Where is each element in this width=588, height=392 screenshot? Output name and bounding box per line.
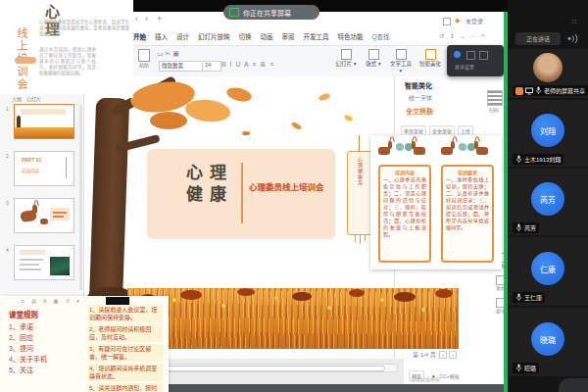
rule-item: 3、有疑问可在讨论区留言，统一解答。 — [88, 344, 163, 362]
floating-control-corner[interactable] — [559, 378, 588, 392]
beautify-group-button[interactable]: 智能美化 — [417, 49, 443, 70]
thumb-number: 4 — [6, 247, 9, 254]
slide-subtitle-text: 心理委员线上培训会 — [249, 180, 331, 192]
thumb-number: 1 — [6, 106, 9, 113]
rules-toc: 1、承诺 2、回应 3、提问 4、关于手机 5、关注 — [9, 321, 47, 375]
mic-icon — [535, 86, 542, 95]
screen-share-banner[interactable]: 你正在共享屏幕 — [223, 5, 319, 20]
rules-heading: 课堂规则 — [9, 309, 38, 319]
option-icon — [466, 51, 475, 60]
font-size-combobox[interactable]: 24 — [202, 61, 221, 72]
avatar: 刘翔 — [531, 114, 564, 147]
rule-item: 5、请关注群内通知，按时提交培训反馈。 — [88, 383, 163, 392]
tab-design[interactable]: 设计 — [176, 31, 189, 41]
vip-crown-icon[interactable]: ◆ — [455, 17, 460, 24]
scrollbar-thumb[interactable] — [136, 366, 385, 371]
new-tab-icon[interactable]: + — [157, 14, 162, 24]
blue-dot-icon — [454, 51, 461, 58]
pane-pagination[interactable]: 第 1/4 页 ‹ › — [413, 351, 457, 359]
screen: ‹ › + ◆ 未登录 开始 插入 设计 幻灯片放映 切换 动画 审阅 开发工具… — [0, 0, 588, 392]
font-style-icons[interactable]: B I U A ≡ ≣ ≡ — [221, 61, 274, 69]
window-control-icons[interactable]: ↺ ↧ ⌄ ⋯ ^ — [439, 32, 487, 40]
monitor-icon — [525, 87, 533, 95]
tab-features[interactable]: 特色功能 — [338, 31, 364, 41]
tile-name-label: 晓璐 — [513, 363, 539, 373]
avatar — [533, 53, 563, 82]
paste-button[interactable]: 粘贴 — [135, 49, 153, 69]
tab-animation[interactable]: 动画 — [261, 31, 273, 41]
rules-document: ≡ ▤ A ▦ ↺ ▾ 课堂规则 1、承诺 2、回应 3、提问 4、关于手机 5… — [0, 296, 169, 392]
mic-icon — [515, 155, 522, 164]
mic-icon — [515, 293, 522, 302]
font-name-combobox[interactable]: 微软雅黑 — [159, 61, 204, 72]
login-status-text[interactable]: 未登录 — [466, 18, 483, 25]
clipboard-icons[interactable]: ▭ ✂ ▣ — [157, 50, 179, 58]
more-templates-link[interactable]: CC+模板 — [440, 373, 460, 379]
audio-waves-icon — [566, 33, 580, 44]
status-strip — [127, 359, 404, 384]
sharing-badge-icon — [515, 87, 523, 95]
rule-item: 1、请提前进入会议室，培训期间保持安静。 — [88, 305, 163, 322]
wheat-field-illustration — [127, 288, 459, 349]
pane-item-unify-font[interactable]: 统一字体 — [409, 94, 432, 102]
card-body: 一、心理委员的角色定位与工作职责；二、常见心理问题的识别与应对；三、倾听、陪伴与… — [383, 176, 426, 238]
tab-insert[interactable]: 插入 — [155, 31, 168, 41]
nav-back-icon[interactable]: ‹ — [135, 14, 138, 24]
tab-home[interactable]: 开始 — [133, 31, 146, 41]
tab-devtools[interactable]: 开发工具 — [304, 31, 329, 41]
tab-transition[interactable]: 切换 — [239, 31, 252, 41]
tab-review[interactable]: 审阅 — [282, 31, 295, 41]
slides-group-button[interactable]: 幻灯片 ▾ — [333, 49, 359, 70]
pane-title: 智能美化 — [405, 81, 432, 90]
qr-scan-label: 扫码 — [489, 107, 499, 114]
tooltip-rect — [106, 297, 129, 305]
slide-thumb-2[interactable]: PART 01 培训内容 — [14, 151, 74, 186]
qr-code-icon[interactable] — [487, 90, 503, 106]
share-screen-icon — [229, 8, 239, 17]
cards-window: 培训内容 一、心理委员的角色定位与工作职责；二、常见心理问题的识别与应对；三、倾… — [370, 135, 502, 270]
sidebar-expand-icon[interactable]: □ — [572, 18, 576, 25]
title-divider — [241, 163, 243, 223]
left-document: 心理 线上培训会 心理健康教育是提高学生心理素质、促进学生身心健康和谐发展的教育… — [0, 0, 133, 98]
tab-slideshow[interactable]: 幻灯片放映 — [198, 31, 230, 41]
pane-loading-text: 正在加载模板 — [411, 376, 440, 383]
rule-item: 2、老师提问时请积极回应，及时互动。 — [88, 324, 163, 342]
rules-items: 1、请提前进入会议室，培训期间保持安静。 2、老师提问时请积极回应，及时互动。 … — [88, 305, 163, 392]
popup-label: 共享设置 — [455, 64, 474, 71]
training-content-card[interactable]: 培训内容 一、心理委员的角色定位与工作职责；二、常见心理问题的识别与应对；三、倾… — [378, 165, 431, 263]
training-requirements-card[interactable]: 培训要求 一、准时参加线上培训，保持安静；二、认真听讲并做好培训记录；三、培训后… — [441, 165, 494, 263]
avatar: 芮芳 — [531, 182, 564, 216]
tile-name-label: 王仁康 — [513, 292, 545, 303]
card-title: 培训内容 — [383, 170, 426, 176]
mic-icon — [515, 223, 522, 232]
slide-thumb-1[interactable] — [14, 104, 74, 139]
rule-item: 4、培训期间请将手机调至静音状态。 — [88, 364, 163, 381]
mic-icon — [515, 364, 522, 372]
window-square-icon[interactable] — [443, 18, 451, 25]
texttool-group-button[interactable]: 文字工具 ▾ — [388, 49, 414, 76]
slide-thumb-4[interactable] — [14, 245, 74, 280]
tile-name-label: 老师的屏幕共享 — [513, 85, 588, 96]
horizontal-scrollbar[interactable] — [133, 364, 398, 372]
layout-group-button[interactable]: 版式 ▾ — [361, 49, 386, 70]
slide-title-text: 心理 健康 — [186, 163, 245, 206]
tile-name-label: 芮芳 — [513, 222, 539, 233]
share-settings-popup[interactable]: 共享设置 — [447, 45, 504, 76]
slide-thumb-3[interactable] — [14, 198, 74, 233]
panel-view-tabs[interactable]: 大纲 幻灯片 — [12, 96, 41, 103]
doc-paragraph: 心理健康教育是提高学生心理素质、促进学生身心健康和谐发展的教育，是素质教育的重要… — [39, 20, 129, 37]
avatar: 仁康 — [531, 252, 564, 285]
thumb-number: 3 — [6, 200, 9, 207]
slide-thumbnail-panel: 大纲 幻灯片 1 2 PART 01 培训内容 3 4 — [0, 94, 84, 296]
panel-scrollbar[interactable] — [79, 104, 82, 290]
tab-search[interactable]: Q查找 — [372, 31, 390, 41]
doc-mini-toolbar[interactable]: ≡ ▤ A ▦ ↺ ▾ — [22, 298, 82, 305]
nav-forward-icon[interactable]: › — [145, 14, 148, 24]
slide-title-box[interactable]: 心理 健康 心理委员线上培训会 — [147, 149, 335, 239]
avatar: 晓璐 — [531, 322, 564, 356]
thumb-number: 2 — [6, 153, 9, 160]
pane-link-reskin[interactable]: 全文换肤 — [406, 106, 433, 116]
share-banner-text: 你正在共享屏幕 — [243, 8, 291, 18]
option-icon — [479, 51, 488, 60]
highlight-pill — [15, 57, 36, 64]
